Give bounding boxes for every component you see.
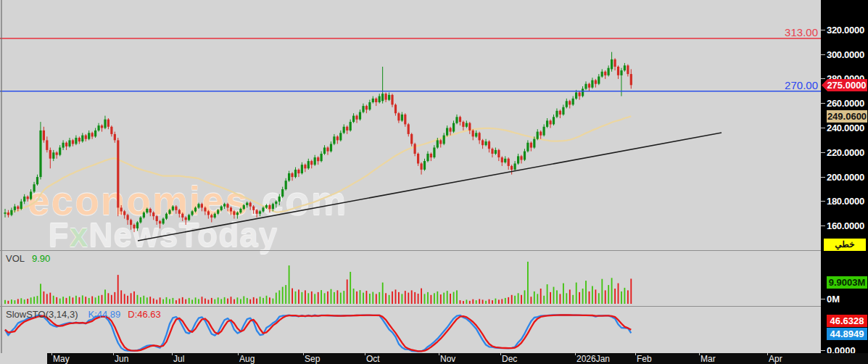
last-price-badge: 275.0000 — [822, 79, 867, 91]
price-axis[interactable]: 320.0000300.0000280.0000260.0000240.0000… — [821, 0, 868, 364]
time-axis-tick — [635, 353, 636, 355]
sto-label: SlowSTO(3,14,3) — [6, 309, 78, 320]
price-axis-label: 240.0000 — [821, 123, 864, 134]
time-axis-tick — [439, 353, 439, 355]
time-axis-label: Sep — [305, 354, 320, 364]
sto-d-badge: 46.6328 — [827, 315, 867, 327]
support-line-label: 270.00 — [785, 79, 818, 91]
time-axis-label: Feb — [637, 354, 652, 364]
time-axis-tick — [767, 353, 768, 355]
time-axis-tick — [51, 353, 52, 355]
time-axis-label: Jul — [173, 354, 184, 364]
price-axis-label: 300.0000 — [821, 49, 864, 60]
scale-type-badge[interactable]: خطي — [824, 239, 866, 251]
time-axis-tick — [238, 353, 239, 355]
time-axis-label: Oct — [366, 354, 380, 364]
time-axis-label: Nov — [440, 354, 455, 364]
time-axis-label: Jun — [115, 354, 128, 364]
price-axis-label: 180.0000 — [821, 196, 864, 207]
volume-last-value: 9.90 — [32, 253, 50, 264]
price-axis-label: 320.0000 — [821, 24, 864, 36]
pane-separator-volume[interactable] — [0, 250, 868, 251]
time-axis-tick — [113, 353, 114, 355]
sto-d-value: D:46.63 — [128, 309, 161, 320]
time-axis-label: Apr — [769, 354, 782, 364]
time-axis-tick — [500, 353, 501, 355]
ma-value-badge: 249.0600 — [827, 110, 867, 123]
time-axis-tick — [365, 353, 365, 355]
volume-value-badge: 9.9003M — [827, 276, 867, 289]
time-axis-label: Mar — [700, 354, 716, 364]
time-axis-tick — [303, 353, 304, 355]
time-axis-label: 2026Jan — [576, 354, 610, 364]
time-axis-label: May — [53, 354, 70, 364]
resistance-line-label: 313.00 — [785, 26, 818, 38]
time-axis-bar[interactable]: MayJunJulAugSepOctNovDec2026JanFebMarApr — [47, 353, 868, 364]
time-axis-tick — [575, 353, 576, 355]
price-axis-label: 220.0000 — [821, 146, 864, 158]
price-axis-label: 160.0000 — [821, 220, 864, 232]
sto-pane-header: SlowSTO(3,14,3)K:44.89D:46.63 — [6, 309, 161, 320]
time-axis-left-gap — [0, 353, 47, 364]
volume-axis-zero-label: 0M — [821, 293, 840, 305]
pane-separator-sto[interactable] — [0, 306, 868, 307]
time-axis-label: Aug — [239, 354, 255, 364]
chart-window: economies.com FxNewsToday 313.00 270.00 … — [0, 0, 868, 364]
time-axis-tick — [699, 353, 700, 355]
sto-k-badge: 44.8949 — [827, 328, 867, 340]
price-chart-canvas[interactable] — [0, 0, 821, 353]
volume-label: VOL — [6, 253, 25, 264]
sto-k-value: K:44.89 — [88, 309, 120, 320]
time-axis-label: Dec — [502, 354, 517, 364]
price-axis-label: 200.0000 — [821, 171, 864, 183]
price-axis-label: 260.0000 — [821, 98, 864, 109]
volume-pane-header: VOL9.90 — [6, 253, 50, 264]
time-axis-tick — [172, 353, 173, 355]
time-axis[interactable]: MayJunJulAugSepOctNovDec2026JanFebMarApr — [0, 353, 868, 364]
